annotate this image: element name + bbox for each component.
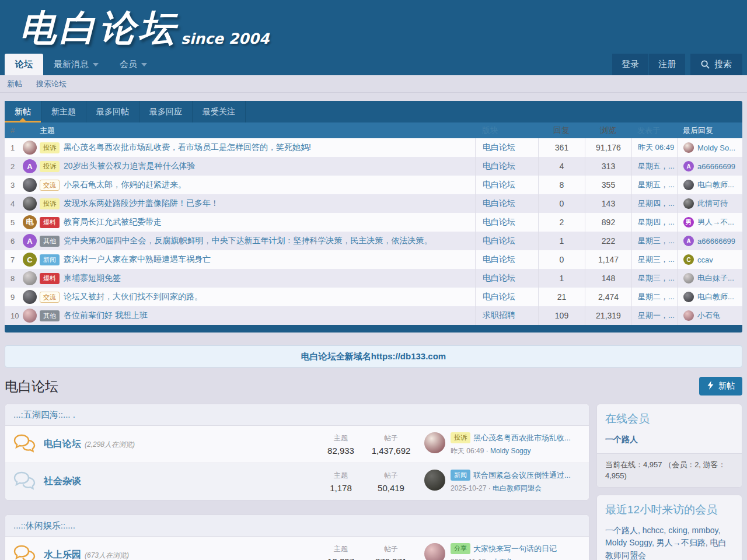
- subnav-new-posts[interactable]: 新帖: [7, 79, 22, 89]
- last-reply-user-link[interactable]: a66666699: [697, 237, 735, 246]
- forum-link[interactable]: 电白论坛: [483, 217, 515, 228]
- avatar[interactable]: [23, 290, 37, 304]
- last-reply-user-link[interactable]: 小石龟: [697, 310, 720, 321]
- avatar[interactable]: [23, 141, 37, 155]
- latest-post-link[interactable]: 黑心茂名粤西农批市场乱收...: [473, 433, 571, 443]
- avatar[interactable]: 电: [23, 215, 37, 229]
- table-header: # 主题 版块 回复 浏览 发表于 最后回复: [5, 123, 742, 138]
- nav-item-members[interactable]: 会员: [109, 54, 158, 75]
- avatar[interactable]: A: [683, 161, 694, 172]
- latest-post-user-link[interactable]: 电白教师同盟会: [493, 484, 542, 492]
- category-title[interactable]: ...:五湖四海::... .: [5, 404, 589, 426]
- avatar[interactable]: [23, 197, 37, 211]
- avatar[interactable]: [424, 432, 445, 453]
- avatar[interactable]: [683, 310, 694, 321]
- avatar[interactable]: 男: [683, 217, 694, 228]
- latest-post-link[interactable]: 联合国紧急会议压倒性通过...: [473, 470, 571, 481]
- forum-name-link[interactable]: 水上乐园: [44, 549, 81, 560]
- forum-link[interactable]: 电白论坛: [483, 180, 515, 190]
- avatar[interactable]: [683, 142, 694, 153]
- forum-link[interactable]: 电白论坛: [483, 292, 515, 302]
- avatar[interactable]: A: [683, 236, 694, 246]
- register-button[interactable]: 注册: [649, 54, 685, 75]
- last-reply-user-link[interactable]: ccav: [697, 256, 713, 264]
- topic-title-link[interactable]: 党中央第20届四中全会，反腐旗帜鲜明，中央下达新五年计划：坚持科学决策，民主决策…: [64, 236, 432, 246]
- posted-time-link[interactable]: 星期五，...: [638, 161, 675, 172]
- topic-title-link[interactable]: 各位前辈们好 我想上班: [64, 310, 148, 321]
- avatar[interactable]: [23, 271, 37, 285]
- posted-time-link[interactable]: 星期五，...: [638, 180, 675, 190]
- posted-time-link[interactable]: 星期四，...: [638, 217, 675, 228]
- tab-most-replies[interactable]: 最多回帖: [86, 101, 139, 123]
- online-member-link[interactable]: 一个路人: [605, 435, 638, 444]
- forum-link[interactable]: 电白论坛: [483, 236, 515, 246]
- tab-new-posts[interactable]: 新帖: [5, 101, 41, 123]
- posted-time-link[interactable]: 昨天 06:49: [638, 142, 674, 153]
- topic-title-link[interactable]: 20岁出头被公权力迫害是种什么体验: [64, 161, 196, 172]
- avatar[interactable]: A: [23, 234, 37, 248]
- col-posted: 发表于: [631, 125, 677, 136]
- posted-time-link[interactable]: 星期三，...: [638, 254, 675, 265]
- topic-title-link[interactable]: 教育局长江允武被纪委带走: [64, 217, 162, 228]
- posted-time-link[interactable]: 星期三，...: [638, 236, 675, 246]
- notice-banner[interactable]: 电白论坛全新域名https://db133.com: [5, 345, 742, 368]
- avatar[interactable]: C: [683, 254, 694, 265]
- nav-item-forum[interactable]: 论坛: [5, 54, 43, 75]
- latest-post-user-link[interactable]: Moldy Soggy: [490, 447, 530, 455]
- forum-link[interactable]: 电白论坛: [483, 142, 515, 153]
- last-reply-user-link[interactable]: Moldy So...: [697, 144, 735, 152]
- forum-link[interactable]: 求职招聘: [483, 310, 515, 321]
- avatar[interactable]: [683, 198, 694, 209]
- last-reply-user-link[interactable]: a66666699: [697, 162, 735, 171]
- forum-link[interactable]: 电白论坛: [483, 198, 515, 209]
- topic-title-link[interactable]: 森沟村一户人家在家中熟睡遭遇车祸身亡: [64, 254, 211, 265]
- posted-time-link[interactable]: 星期一，...: [638, 310, 675, 321]
- posted-time-link[interactable]: 星期二，...: [638, 292, 675, 302]
- topic-title-link[interactable]: 论坛又被封，大伙们找不到回家的路。: [64, 292, 203, 302]
- login-button[interactable]: 登录: [612, 54, 648, 75]
- row-number: 10: [5, 312, 20, 320]
- col-topic: 主题: [40, 125, 475, 136]
- last-reply-user-link[interactable]: 电白妹子...: [697, 273, 734, 284]
- avatar[interactable]: [23, 309, 37, 323]
- avatar[interactable]: [424, 470, 445, 491]
- latest-post-link[interactable]: 大家快来写一句话的日记: [473, 544, 557, 554]
- forum-name-link[interactable]: 电白论坛: [44, 438, 81, 450]
- tab-new-threads[interactable]: 新主题: [41, 101, 86, 123]
- category-title[interactable]: ...::休闲娱乐::....: [5, 515, 589, 537]
- forum-link[interactable]: 电白论坛: [483, 273, 515, 284]
- subnav-search-forum[interactable]: 搜索论坛: [36, 79, 67, 89]
- search-button[interactable]: 搜索: [690, 54, 742, 75]
- topic-title-link[interactable]: 小泉石龟太郎，你妈的赶紧进来。: [64, 180, 186, 190]
- posted-time-link[interactable]: 星期四，...: [638, 198, 675, 209]
- avatar[interactable]: [683, 180, 694, 190]
- avatar[interactable]: [23, 178, 37, 192]
- forum-name-link[interactable]: 社会杂谈: [44, 475, 81, 488]
- avatar[interactable]: C: [23, 253, 37, 267]
- views-count: 1,147: [585, 250, 631, 269]
- table-row: 10 其他各位前辈们好 我想上班 求职招聘 109 21,319 星期一，...…: [5, 306, 742, 325]
- views-count: 2,474: [585, 288, 631, 306]
- hot-topics-panel: 新帖 新主题 最多回帖 最多回应 最受关注 # 主题 版块 回复 浏览 发表于 …: [5, 101, 742, 332]
- topic-title-link[interactable]: 黑心茂名粤西农批市场乱收费，看市场员工是怎样回答的，笑死她妈!: [64, 142, 311, 153]
- avatar[interactable]: [424, 543, 445, 560]
- avatar[interactable]: A: [23, 159, 37, 173]
- latest-post-user-link[interactable]: 小石龟: [492, 558, 513, 560]
- topic-title-link[interactable]: 发现水东两处路段沙井盖像陷阱！已多年！: [64, 198, 219, 209]
- avatar[interactable]: [683, 292, 694, 302]
- forum-link[interactable]: 电白论坛: [483, 254, 515, 265]
- new-post-button[interactable]: 新帖: [699, 377, 742, 396]
- hot-topics-tabbar: 新帖 新主题 最多回帖 最多回应 最受关注: [5, 101, 742, 123]
- avatar[interactable]: [683, 273, 694, 284]
- last-reply-user-link[interactable]: 电白教师...: [697, 292, 734, 302]
- topic-title-link[interactable]: 柬埔寨短期免签: [64, 273, 121, 284]
- tab-most-watched[interactable]: 最受关注: [193, 101, 246, 123]
- recent-visitors-list[interactable]: 一个路人, hchcc, cking, mmboy, Moldy Soggy, …: [597, 523, 742, 560]
- forum-link[interactable]: 电白论坛: [483, 161, 515, 172]
- last-reply-user-link[interactable]: 此情可待: [697, 198, 728, 209]
- last-reply-user-link[interactable]: 电白教师...: [697, 180, 734, 190]
- tab-most-reactions[interactable]: 最多回应: [139, 101, 193, 123]
- posted-time-link[interactable]: 星期三，...: [638, 273, 675, 284]
- last-reply-user-link[interactable]: 男人→不...: [697, 217, 734, 228]
- nav-item-news[interactable]: 最新消息: [43, 54, 109, 75]
